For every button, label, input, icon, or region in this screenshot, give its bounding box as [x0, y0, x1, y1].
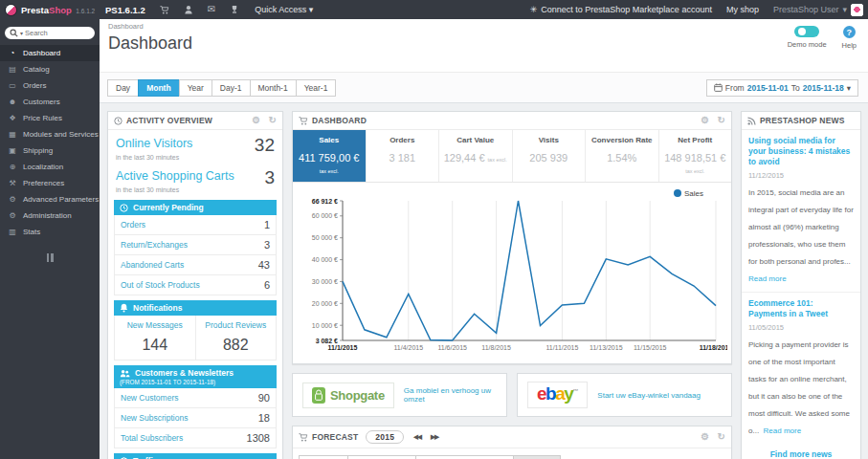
new-messages-link[interactable]: New Messages [117, 320, 193, 330]
kpi-tab-orders[interactable]: Orders 3 181 [367, 130, 440, 182]
sidebar-item-orders[interactable]: ▭Orders [0, 77, 100, 94]
kpi-tab-conversion-rate[interactable]: Conversion Rate 1.54% [586, 130, 659, 182]
table-row: Out of Stock Products6 [115, 274, 276, 295]
news-article: Using social media for your business: 4 … [742, 130, 860, 292]
date-range-picker[interactable]: From 2015-11-01 To 2015-11-18 ▾ [706, 79, 858, 97]
kpi-tab-visits[interactable]: Visits 205 939 [513, 130, 587, 182]
cart-icon[interactable] [160, 6, 169, 14]
sidebar-collapse-button[interactable] [44, 253, 56, 262]
prestashop-logo-icon [5, 4, 17, 16]
sidebar-item-administration[interactable]: ⚙Administration [0, 208, 100, 224]
sidebar-item-preferences[interactable]: ⚒Preferences [0, 175, 100, 191]
active-carts-link[interactable]: Active Shopping Carts [116, 169, 234, 183]
online-visitors-link[interactable]: Online Visitors [116, 137, 192, 150]
dashboard-panel-header: DASHBOARD ⚙ ↻ [293, 112, 731, 130]
product-reviews-link[interactable]: Product Reviews [198, 320, 275, 330]
metric-sales-button[interactable]: Sales [513, 455, 561, 459]
table-row: Abandoned Carts43 [115, 254, 276, 274]
kpi-tab-cart-value[interactable]: Cart Value 129,44 € tax excl. [439, 130, 513, 182]
kpi-tab-net-profit[interactable]: Net Profit 148 918,51 € tax excl. [659, 130, 732, 182]
range-day-1-button[interactable]: Day-1 [211, 79, 251, 97]
quick-access-menu[interactable]: Quick Access ▾ [255, 5, 313, 14]
user-avatar [851, 4, 863, 16]
sidebar-search[interactable]: ▾ [5, 27, 95, 39]
activity-overview-panel: ACTIVITY OVERVIEW ⚙ ↻ Online Visitors 32… [107, 111, 283, 459]
activity-panel-header: ACTIVITY OVERVIEW ⚙ ↻ [108, 112, 282, 130]
refresh-icon[interactable]: ↻ [717, 432, 725, 442]
brand-version: 1.6.1.2 [76, 8, 95, 14]
sidebar-item-advanced-parameters[interactable]: ⚙Advanced Parameters [0, 191, 100, 208]
shopgate-link[interactable]: Ga mobiel en verhoog uw omzet [404, 386, 497, 404]
table-row: Orders1 [115, 215, 276, 234]
metric-conversion-button[interactable]: Conversion [347, 455, 416, 459]
group-icon [120, 369, 130, 378]
metric-avg-cart-value-button[interactable]: Average Cart Value [415, 455, 513, 459]
svg-text:11/11/2015: 11/11/2015 [545, 344, 578, 351]
sidebar-item-stats[interactable]: ▥Stats [0, 224, 100, 240]
trophy-icon[interactable] [230, 5, 239, 14]
sidebar-item-dashboard[interactable]: ◔Dashboard [0, 45, 100, 61]
pending-section-header: Currently Pending [114, 200, 277, 215]
active-carts-value: 3 [264, 169, 275, 186]
user-menu[interactable]: PrestaShop User ▾ [773, 4, 863, 16]
gear-icon[interactable]: ⚙ [701, 432, 709, 442]
ebay-link[interactable]: Start uw eBay-winkel vandaag [597, 391, 701, 400]
svg-text:11/13/2015: 11/13/2015 [590, 344, 623, 351]
next-year-button[interactable]: ▶▶ [431, 433, 438, 441]
read-more-link[interactable]: Read more [748, 274, 787, 283]
new-customers-link[interactable]: New Customers [121, 393, 178, 403]
news-article-title[interactable]: Using social media for your business: 4 … [748, 136, 854, 167]
forecast-panel-header: FORECAST 2015 ◀◀ ▶▶ ⚙ ↻ [293, 426, 731, 448]
shopping-bag-icon [312, 387, 325, 404]
truck-icon: ▣ [8, 146, 17, 155]
sidebar-item-customers[interactable]: ☻Customers [0, 94, 100, 110]
orders-link[interactable]: Orders [121, 220, 145, 230]
sidebar-item-shipping[interactable]: ▣Shipping [0, 142, 100, 159]
metric-traffic-button[interactable]: Traffic [299, 455, 348, 459]
online-visitors-row: Online Visitors 32 [108, 130, 282, 153]
refresh-icon[interactable]: ↻ [268, 116, 277, 125]
find-more-news-link[interactable]: Find more news [742, 444, 860, 459]
sales-chart-container: 3 082 €10 000 €20 000 €30 000 €40 000 €5… [293, 183, 731, 363]
kpi-tab-sales[interactable]: Sales 411 759,00 € tax excl. [293, 130, 367, 182]
sidebar-item-price-rules[interactable]: ❖Price Rules [0, 110, 100, 126]
help-icon[interactable]: ? [843, 26, 856, 38]
rss-icon [747, 117, 756, 125]
topbar: PrestaShop 1.6.1.2 PS1.6.1.2 ✉ Quick Acc… [0, 0, 868, 19]
notifications-table: New Messages 144 Product Reviews 882 [114, 316, 277, 361]
shop-name[interactable]: PS1.6.1.2 [105, 5, 145, 15]
range-year-1-button[interactable]: Year-1 [296, 79, 337, 97]
ebay-logo: ebay™ [527, 382, 588, 409]
sidebar-item-modules[interactable]: ▦Modules and Services [0, 126, 100, 142]
brand: PrestaShop 1.6.1.2 [0, 4, 100, 16]
range-month-1-button[interactable]: Month-1 [250, 79, 297, 97]
total-subscribers-link[interactable]: Total Subscribers [121, 433, 183, 443]
cart-icon [299, 117, 308, 125]
my-shop-link[interactable]: My shop [726, 5, 759, 14]
sidebar-item-catalog[interactable]: ▤Catalog [0, 61, 100, 77]
previous-year-button[interactable]: ◀◀ [413, 433, 421, 441]
demo-mode-toggle[interactable] [794, 26, 819, 37]
returns-link[interactable]: Return/Exchanges [121, 240, 188, 250]
range-month-button[interactable]: Month [138, 79, 180, 97]
abandoned-carts-link[interactable]: Abandoned Carts [121, 260, 184, 270]
breadcrumb[interactable]: Dashboard [108, 22, 868, 31]
search-input[interactable] [25, 29, 80, 37]
marketplace-link[interactable]: ✳Connect to PrestaShop Marketplace accou… [530, 5, 712, 14]
new-subscriptions-link[interactable]: New Subscriptions [121, 413, 188, 423]
demo-mode-label: Demo mode [788, 40, 827, 49]
sidebar-item-localization[interactable]: ⊕Localization [0, 159, 100, 175]
out-of-stock-link[interactable]: Out of Stock Products [121, 280, 200, 290]
range-year-button[interactable]: Year [179, 79, 212, 97]
search-icon [10, 29, 18, 37]
svg-text:10 000 €: 10 000 € [312, 322, 338, 329]
gear-icon[interactable]: ⚙ [252, 116, 260, 125]
range-day-button[interactable]: Day [107, 79, 139, 97]
user-icon[interactable] [184, 5, 193, 14]
table-row: Total Subscribers1308 [115, 427, 276, 448]
read-more-link[interactable]: Read more [764, 426, 802, 435]
refresh-icon[interactable]: ↻ [717, 116, 725, 125]
news-article-title[interactable]: Ecommerce 101: Payments in a Tweet [748, 298, 854, 319]
envelope-icon[interactable]: ✉ [208, 5, 215, 14]
gear-icon[interactable]: ⚙ [701, 116, 709, 125]
